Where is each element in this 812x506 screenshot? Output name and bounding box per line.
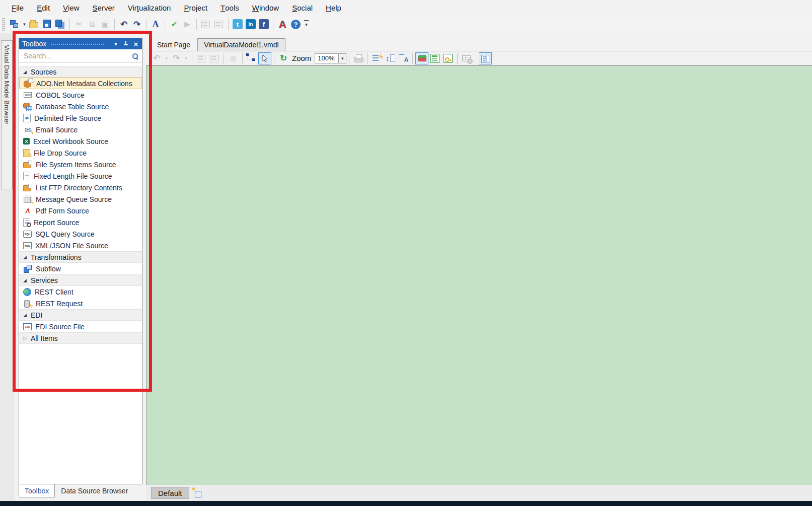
open-icon[interactable] [28,18,41,30]
print-icon[interactable] [352,52,365,64]
menu-window[interactable]: Window [246,0,285,15]
default-layout-tab[interactable]: Default [151,487,189,499]
virtual-data-model-browser-tab[interactable]: Virtual Data Model Browser [1,40,13,189]
search-icon[interactable] [132,53,138,59]
toolbox-item-fixed-length-file-source[interactable]: Fixed Length File Source [19,170,142,182]
toolbox-section-all-items[interactable]: ▷All Items [19,332,142,344]
undo-icon[interactable]: ↶ [117,18,130,30]
model-validate-icon[interactable] [208,52,221,64]
toolbox-item-cobol-source[interactable]: COBOL Source [19,89,142,101]
toolbar-separator [349,53,349,64]
toolbox-item-email-source[interactable]: Email Source [19,124,142,135]
toolbox-item-pdf-form-source[interactable]: Pdf Form Source [19,205,142,216]
close-icon[interactable]: × [133,40,139,47]
redo-icon[interactable]: ↷ [170,52,183,64]
zoom-combobox[interactable]: 100% [315,53,339,63]
link-mode-icon[interactable] [245,52,258,64]
toolbox-item-file-drop-source[interactable]: File Drop Source [19,147,142,159]
facebook-icon[interactable]: f [259,19,269,29]
menu-server[interactable]: Server [86,0,121,15]
save-icon[interactable] [41,18,54,30]
toolbox-item-database-table-source[interactable]: Database Table Source [19,101,142,112]
expand-icon[interactable]: ▷ [23,335,31,341]
toolbar-grip[interactable] [2,18,5,31]
panel-tab-data-source-browser[interactable]: Data Source Browser [55,484,134,497]
font-style-icon[interactable]: A [149,18,162,30]
window-position-icon[interactable]: ▾ [113,40,119,47]
toolbox-item-message-queue-source[interactable]: Message Queue Source [19,193,142,205]
toolbox-item-report-source[interactable]: Report Source [19,216,142,228]
model-design-canvas[interactable] [146,65,812,485]
auto-label-icon[interactable] [397,52,410,64]
toolbox-item-file-system-items-source[interactable]: File System Items Source [19,159,142,170]
toolbox-item-rest-client[interactable]: REST Client [19,286,142,298]
menu-view[interactable]: View [56,0,86,15]
save-all-icon[interactable] [54,18,67,30]
undo-dropdown-icon[interactable]: ▾ [163,52,170,64]
preview-output-icon[interactable] [371,52,384,64]
menu-social[interactable]: Social [285,0,319,15]
tab-virtualdatamodel1-vmdl[interactable]: VirtualDataModel1.vmdl [197,38,285,51]
new-layout-icon[interactable] [193,488,203,497]
toolbox-item-ado-net-metadata-collections[interactable]: ADO.Net Metadata Collections [19,78,142,89]
toolbox-item-xml-json-file-source[interactable]: XML/JSON File Source [19,240,142,251]
menu-help[interactable]: Help [319,0,348,15]
paste-icon[interactable]: ▣ [99,18,112,30]
expand-collapse-icon[interactable] [384,52,397,64]
toolbox-item-subflow[interactable]: Subflow [19,263,142,274]
twitter-icon[interactable]: t [233,19,243,29]
zoom-dropdown-icon[interactable]: ▾ [339,53,346,63]
pin-icon[interactable] [123,40,129,47]
toolbox-section-sources[interactable]: ◢Sources [19,66,142,78]
label: ADO.Net Metadata Collections [36,80,132,88]
menu-project[interactable]: Project [177,0,214,15]
select-entities-icon[interactable] [479,52,492,64]
verify-icon[interactable]: ✔ [168,18,181,30]
toolbox-header[interactable]: Toolbox ▾ × [19,38,142,49]
toolbar-options-icon[interactable]: ▾ [303,18,310,30]
collapse-icon[interactable]: ◢ [23,69,31,75]
menu-virtualization[interactable]: Virtualization [121,0,178,15]
toolbox-item-sql-query-source[interactable]: SQL Query Source [19,228,142,240]
linkedin-icon[interactable]: in [246,19,256,29]
redo-dropdown-icon[interactable]: ▾ [183,52,189,64]
new-virtual-model-icon[interactable] [8,18,21,30]
collapse-icon[interactable]: ◢ [23,255,31,260]
toolbox-section-edi[interactable]: ◢EDI [19,309,142,321]
job-trace-icon[interactable] [212,18,226,30]
start-point-icon[interactable]: ◎ [227,52,240,64]
astera-logo-icon[interactable]: A [276,18,289,30]
menu-file[interactable]: File [5,0,30,15]
show-fields-icon[interactable] [428,52,441,64]
refresh-icon[interactable]: ↻ [277,52,290,64]
toolbox-section-services[interactable]: ◢Services [19,274,142,286]
toolbox-item-list-ftp-directory-contents[interactable]: List FTP Directory Contents [19,182,142,193]
add-entity-icon[interactable] [460,52,473,64]
help-icon[interactable]: ? [291,20,301,29]
menu-tools[interactable]: Tools [214,0,246,15]
model-settings-icon[interactable] [195,52,208,64]
panel-tab-toolbox[interactable]: Toolbox [19,484,55,497]
toolbox-section-transformations[interactable]: ◢Transformations [19,251,142,263]
xml-icon [23,242,32,249]
toolbox-item-rest-request[interactable]: REST Request [19,298,142,309]
pointer-mode-icon[interactable] [258,52,271,64]
menu-edit[interactable]: Edit [30,0,56,15]
toolbox-item-delimited-file-source[interactable]: Delimited File Source [19,112,142,124]
show-status-bars-icon[interactable] [415,52,428,64]
tab-start-page[interactable]: Start Page [151,38,196,51]
collapse-icon[interactable]: ◢ [23,313,31,318]
job-progress-icon[interactable] [199,18,212,30]
show-keys-icon[interactable] [441,52,455,64]
search-input[interactable] [23,51,132,60]
undo-icon[interactable]: ↶ [150,52,163,64]
toolbox-item-edi-source-file[interactable]: EDI Source File [19,321,142,332]
label: Message Queue Source [36,195,112,203]
start-job-icon[interactable]: ▶ [181,18,194,30]
new-dropdown-icon[interactable]: ▾ [21,18,28,30]
redo-icon[interactable]: ↷ [130,18,143,30]
copy-icon[interactable]: ⧉ [86,18,99,30]
toolbox-item-excel-workbook-source[interactable]: Excel Workbook Source [19,135,142,147]
cut-icon[interactable]: ✂ [72,18,86,30]
collapse-icon[interactable]: ◢ [23,278,31,283]
